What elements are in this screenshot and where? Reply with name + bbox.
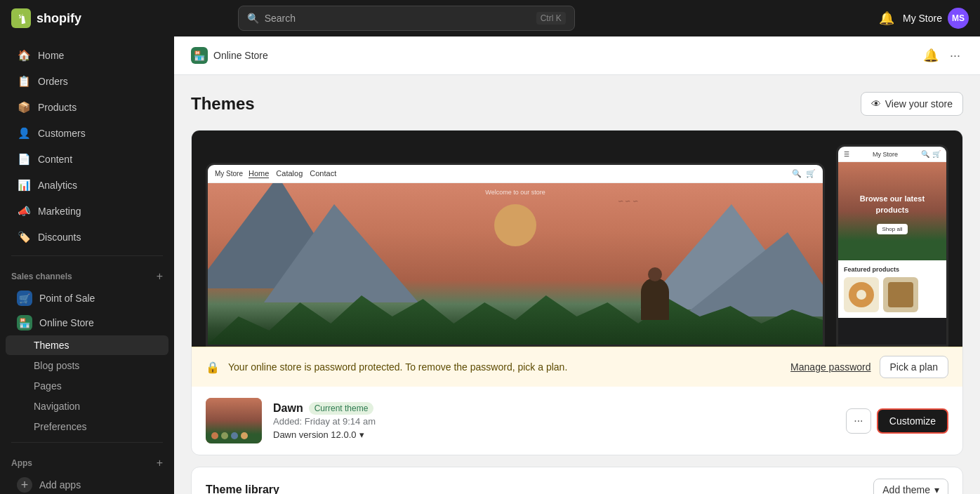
nav-right: 🔔 My Store MS (879, 8, 969, 29)
mobile-icons: 🔍 🛒 (921, 150, 941, 158)
sidebar-item-analytics[interactable]: 📊 Analytics (6, 173, 168, 198)
cart-browser-icon: 🛒 (806, 169, 816, 178)
search-placeholder: Search (265, 13, 531, 24)
mobile-hero-text: Browse our latest products (838, 188, 946, 221)
sidebar-sub-blog-posts-label: Blog posts (34, 360, 79, 371)
apps-expand[interactable]: + (157, 457, 163, 469)
mobile-product-2 (883, 277, 918, 312)
search-shortcut: Ctrl K (536, 12, 566, 25)
sidebar-item-analytics-label: Analytics (38, 180, 77, 191)
desktop-preview-image: Welcome to our store ∽ ∽ ∽ (208, 183, 823, 345)
shopify-logo-icon (11, 8, 31, 28)
content-header: 🏪 Online Store 🔔 ··· (174, 36, 980, 75)
sales-channels-section: Sales channels + (0, 262, 174, 286)
more-header-button[interactable]: ··· (947, 45, 963, 66)
sidebar-item-marketing[interactable]: 📣 Marketing (6, 199, 168, 224)
sidebar-item-content-label: Content (38, 154, 72, 165)
more-dots-icon: ··· (854, 415, 863, 427)
page-title-row: Themes 👁 View your store (191, 92, 963, 116)
sidebar-sub-navigation[interactable]: Navigation (6, 396, 168, 416)
theme-more-button[interactable]: ··· (846, 408, 871, 434)
top-navigation: shopify 🔍 Search Ctrl K 🔔 My Store MS (0, 0, 980, 36)
current-theme-badge: Current theme (309, 402, 374, 415)
add-theme-button[interactable]: Add theme ▾ (873, 479, 948, 494)
sidebar-item-customers-label: Customers (38, 128, 86, 139)
pick-plan-button[interactable]: Pick a plan (880, 356, 948, 378)
nav-home[interactable]: Home (249, 169, 269, 178)
discounts-icon: 🏷️ (17, 230, 31, 244)
notifications-button[interactable]: 🔔 (879, 11, 894, 26)
notifications-header-button[interactable]: 🔔 (920, 45, 941, 66)
sun-element (494, 204, 536, 246)
current-theme-row: Dawn Current theme Added: Friday at 9:14… (192, 387, 962, 455)
sidebar-divider-1 (11, 255, 163, 256)
home-icon: 🏠 (17, 48, 31, 62)
apps-label: Apps (11, 458, 32, 468)
customize-button[interactable]: Customize (877, 408, 948, 434)
sidebar-sub-navigation-label: Navigation (34, 401, 80, 412)
mobile-cart-icon: 🛒 (932, 150, 941, 158)
view-store-button[interactable]: 👁 View your store (861, 92, 963, 116)
sales-channels-label: Sales channels (11, 272, 72, 281)
search-bar[interactable]: 🔍 Search Ctrl K (238, 6, 575, 31)
sidebar-item-pos-label: Point of Sale (39, 293, 95, 304)
sidebar-sub-blog-posts[interactable]: Blog posts (6, 356, 168, 375)
search-icon: 🔍 (247, 13, 259, 24)
sidebar-sub-preferences[interactable]: Preferences (6, 417, 168, 436)
lock-icon: 🔒 (206, 361, 220, 374)
sidebar-item-home[interactable]: 🏠 Home (6, 43, 168, 68)
desktop-browser-bar: My Store Home Catalog Contact 🔍 🛒 (208, 165, 823, 183)
header-actions: 🔔 ··· (920, 45, 963, 66)
theme-library-card: Theme library Add theme ▾ These themes a… (191, 467, 963, 494)
mobile-featured: Featured products (838, 260, 946, 318)
birds-element: ∽ ∽ ∽ (618, 197, 639, 205)
sidebar-item-products[interactable]: 📦 Products (6, 95, 168, 120)
breadcrumb-icon: 🏪 (191, 47, 208, 64)
content-area: 🏪 Online Store 🔔 ··· Themes 👁 View your … (174, 36, 980, 494)
mobile-cta-btn[interactable]: Shop all (877, 224, 908, 234)
sidebar-item-products-label: Products (38, 102, 77, 113)
orders-icon: 📋 (17, 74, 31, 88)
mobile-preview: ☰ My Store 🔍 🛒 Browse our latest product… (836, 145, 948, 347)
sidebar-item-point-of-sale[interactable]: 🛒 Point of Sale (6, 286, 168, 310)
marketing-icon: 📣 (17, 204, 31, 218)
thumb-dot-3 (231, 432, 238, 439)
sidebar-item-orders[interactable]: 📋 Orders (6, 69, 168, 94)
mountain2 (264, 204, 418, 302)
desktop-store-name: My Store (215, 170, 243, 178)
store-title-overlay: Welcome to our store (485, 189, 545, 196)
sidebar-item-discounts[interactable]: 🏷️ Discounts (6, 225, 168, 250)
manage-password-button[interactable]: Manage password (790, 361, 870, 373)
theme-name-text: Dawn (273, 402, 303, 415)
add-theme-label: Add theme (882, 484, 930, 494)
sidebar-item-customers[interactable]: 👤 Customers (6, 121, 168, 146)
chevron-down-icon: ▾ (359, 429, 364, 440)
sidebar-add-apps[interactable]: + Add apps (6, 473, 168, 494)
mobile-preview-inner: Browse our latest products Shop all Feat… (838, 162, 946, 345)
sidebar-item-content[interactable]: 📄 Content (6, 147, 168, 172)
shopify-logo[interactable]: shopify (11, 8, 81, 28)
nav-contact[interactable]: Contact (310, 169, 336, 178)
mobile-hamburger: ☰ (844, 151, 849, 158)
avatar: MS (948, 8, 969, 29)
nav-catalog[interactable]: Catalog (276, 169, 303, 178)
theme-actions: ··· Customize (846, 408, 948, 434)
sidebar-sub-pages[interactable]: Pages (6, 376, 168, 396)
chevron-down-add-icon: ▾ (934, 484, 939, 494)
sidebar-item-home-label: Home (38, 50, 64, 61)
sidebar-item-marketing-label: Marketing (38, 206, 81, 217)
sales-channels-expand[interactable]: + (157, 270, 163, 283)
sidebar-item-orders-label: Orders (38, 76, 68, 87)
mountain-scene: Welcome to our store ∽ ∽ ∽ (208, 183, 823, 345)
sidebar-divider-2 (11, 442, 163, 443)
analytics-icon: 📊 (17, 178, 31, 192)
figure-head-element (648, 267, 662, 281)
sidebar-item-online-store[interactable]: 🏪 Online Store (6, 311, 168, 335)
theme-thumbnail (206, 398, 262, 443)
theme-version[interactable]: Dawn version 12.0.0 ▾ (273, 429, 835, 440)
mobile-store-name: My Store (873, 151, 898, 158)
theme-info: Dawn Current theme Added: Friday at 9:14… (273, 402, 835, 440)
desktop-nav-items: Home Catalog Contact (249, 169, 336, 178)
sidebar-sub-themes[interactable]: Themes (6, 335, 168, 355)
store-button[interactable]: My Store MS (903, 8, 969, 29)
